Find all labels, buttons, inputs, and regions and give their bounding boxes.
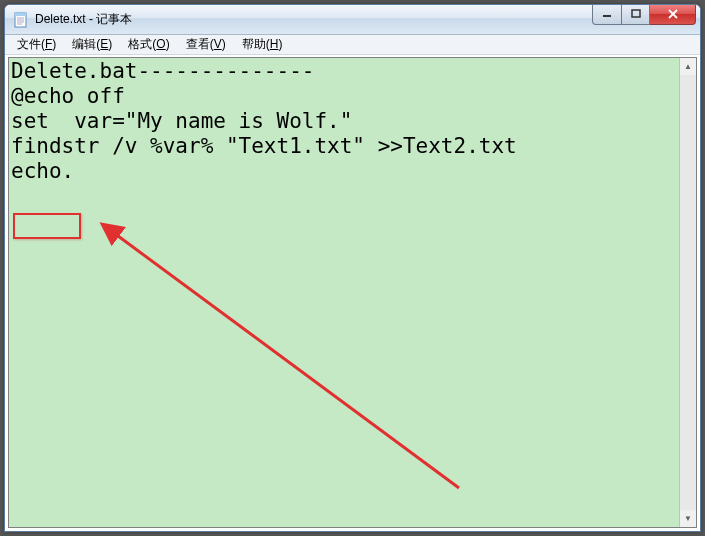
menu-file[interactable]: 文件(F) — [9, 35, 64, 54]
notepad-icon — [13, 12, 29, 28]
scroll-up-button[interactable]: ▲ — [680, 58, 696, 75]
maximize-button[interactable] — [622, 5, 650, 25]
editor-text[interactable]: Delete.bat-------------- @echo off set v… — [9, 58, 679, 527]
editor-area: Delete.bat-------------- @echo off set v… — [8, 57, 697, 528]
menubar: 文件(F) 编辑(E) 格式(O) 查看(V) 帮助(H) — [5, 35, 700, 55]
menu-help[interactable]: 帮助(H) — [234, 35, 291, 54]
titlebar[interactable]: Delete.txt - 记事本 — [5, 5, 700, 35]
close-button[interactable] — [650, 5, 696, 25]
notepad-window: Delete.txt - 记事本 文件(F) 编辑(E) 格式(O) 查看(V)… — [4, 4, 701, 532]
maximize-icon — [631, 9, 641, 19]
svg-rect-6 — [603, 15, 611, 17]
window-title: Delete.txt - 记事本 — [35, 11, 592, 28]
minimize-button[interactable] — [592, 5, 622, 25]
menu-format[interactable]: 格式(O) — [120, 35, 177, 54]
menu-edit[interactable]: 编辑(E) — [64, 35, 120, 54]
close-icon — [667, 8, 679, 20]
window-controls — [592, 5, 696, 25]
menu-view[interactable]: 查看(V) — [178, 35, 234, 54]
vertical-scrollbar[interactable]: ▲ ▼ — [679, 58, 696, 527]
svg-rect-7 — [632, 10, 640, 17]
minimize-icon — [602, 9, 612, 19]
svg-rect-1 — [15, 13, 26, 16]
scroll-down-button[interactable]: ▼ — [680, 510, 696, 527]
